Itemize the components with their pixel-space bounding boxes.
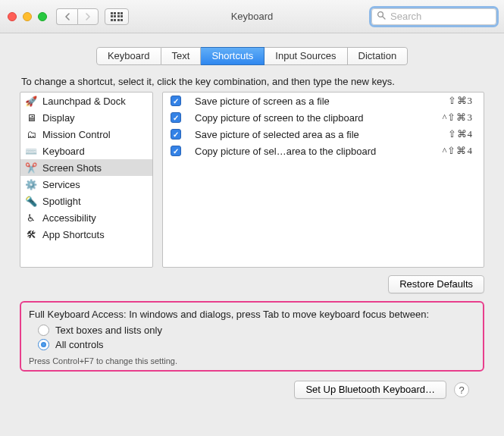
full-keyboard-access-section: Full Keyboard Access: In windows and dia… <box>20 301 484 372</box>
shortcut-combo[interactable]: ⇧⌘4 <box>448 128 474 140</box>
fka-hint: Press Control+F7 to change this setting. <box>29 356 475 365</box>
title-bar: Keyboard Search <box>0 0 504 33</box>
category-accessibility[interactable]: ♿︎ Accessibility <box>20 209 152 226</box>
category-label: Accessibility <box>42 212 96 224</box>
category-label: Keyboard <box>42 146 85 157</box>
category-services[interactable]: ⚙️ Services <box>20 176 152 193</box>
category-label: Launchpad & Dock <box>42 96 126 107</box>
category-app-shortcuts[interactable]: 🛠 App Shortcuts <box>20 226 152 243</box>
spotlight-icon: 🔦 <box>25 195 37 207</box>
services-icon: ⚙️ <box>25 178 37 190</box>
category-label: Spotlight <box>42 196 81 207</box>
launchpad-icon: 🚀 <box>25 95 37 107</box>
shortcut-label: Save picture of screen as a file <box>195 96 448 107</box>
category-label: Display <box>42 112 75 124</box>
category-display[interactable]: 🖥 Display <box>20 109 152 126</box>
shortcut-checkbox[interactable]: ✓ <box>171 112 181 123</box>
screenshot-icon: ✂️ <box>25 162 37 174</box>
category-label: Mission Control <box>42 129 111 140</box>
tab-keyboard[interactable]: Keyboard <box>96 47 161 65</box>
fka-title: Full Keyboard Access: In windows and dia… <box>29 309 475 320</box>
fka-radio-text-boxes[interactable]: Text boxes and lists only <box>29 323 475 337</box>
shortcut-label: Copy picture of screen to the clipboard <box>195 112 442 124</box>
restore-defaults-button[interactable]: Restore Defaults <box>388 275 484 293</box>
accessibility-icon: ♿︎ <box>25 212 37 224</box>
tab-input-sources[interactable]: Input Sources <box>265 47 347 65</box>
display-icon: 🖥 <box>25 111 37 124</box>
grid-icon <box>111 12 124 21</box>
close-window-button[interactable] <box>8 12 17 21</box>
shortcut-row[interactable]: ✓ Save picture of screen as a file ⇧⌘3 <box>163 93 484 109</box>
tab-shortcuts[interactable]: Shortcuts <box>201 47 265 65</box>
shortcut-row[interactable]: ✓ Copy picture of screen to the clipboar… <box>163 109 484 126</box>
help-button[interactable]: ? <box>454 382 469 397</box>
category-label: Screen Shots <box>42 162 102 174</box>
tab-bar: Keyboard Text Shortcuts Input Sources Di… <box>20 47 484 65</box>
shortcut-label: Save picture of selected area as a file <box>195 129 448 140</box>
radio-icon <box>38 339 49 350</box>
shortcut-label: Copy picture of sel…area to the clipboar… <box>195 146 442 157</box>
shortcut-row[interactable]: ✓ Save picture of selected area as a fil… <box>163 126 484 143</box>
shortcut-combo[interactable]: ⇧⌘3 <box>448 95 474 107</box>
setup-bluetooth-keyboard-button[interactable]: Set Up Bluetooth Keyboard… <box>294 381 446 399</box>
category-label: Services <box>42 179 80 190</box>
mission-control-icon: 🗂 <box>25 128 37 140</box>
minimize-window-button[interactable] <box>23 12 32 21</box>
zoom-window-button[interactable] <box>38 12 47 21</box>
shortcut-row[interactable]: ✓ Copy picture of sel…area to the clipbo… <box>163 143 484 159</box>
fka-radio-all-controls[interactable]: All controls <box>29 337 475 352</box>
window-controls <box>8 12 47 21</box>
search-icon <box>377 11 386 22</box>
category-screen-shots[interactable]: ✂️ Screen Shots <box>20 159 152 176</box>
radio-icon <box>38 325 49 336</box>
forward-button[interactable] <box>77 8 99 25</box>
svg-line-1 <box>383 17 385 19</box>
category-label: App Shortcuts <box>42 229 105 240</box>
search-input[interactable]: Search <box>371 8 496 25</box>
tab-dictation[interactable]: Dictation <box>348 47 409 65</box>
shortcut-combo[interactable]: ^⇧⌘3 <box>442 111 473 124</box>
fka-option-label: All controls <box>55 339 104 350</box>
nav-buttons <box>56 8 99 25</box>
category-spotlight[interactable]: 🔦 Spotlight <box>20 193 152 209</box>
show-all-prefs-button[interactable] <box>105 8 129 25</box>
shortcut-combo[interactable]: ^⇧⌘4 <box>442 145 473 157</box>
category-keyboard[interactable]: ⌨️ Keyboard <box>20 143 152 159</box>
app-shortcuts-icon: 🛠 <box>25 228 37 240</box>
search-placeholder: Search <box>390 11 421 22</box>
category-mission-control[interactable]: 🗂 Mission Control <box>20 126 152 143</box>
shortcut-list[interactable]: ✓ Save picture of screen as a file ⇧⌘3 ✓… <box>162 92 484 268</box>
shortcut-checkbox[interactable]: ✓ <box>171 96 181 106</box>
keyboard-icon: ⌨️ <box>25 145 37 157</box>
category-list[interactable]: 🚀 Launchpad & Dock 🖥 Display 🗂 Mission C… <box>20 92 153 268</box>
category-launchpad-dock[interactable]: 🚀 Launchpad & Dock <box>20 93 152 109</box>
back-button[interactable] <box>56 8 77 25</box>
shortcut-checkbox[interactable]: ✓ <box>171 146 181 156</box>
fka-option-label: Text boxes and lists only <box>55 325 162 336</box>
instruction-text: To change a shortcut, select it, click t… <box>21 76 484 87</box>
shortcut-checkbox[interactable]: ✓ <box>171 129 181 140</box>
tab-text[interactable]: Text <box>161 47 202 65</box>
